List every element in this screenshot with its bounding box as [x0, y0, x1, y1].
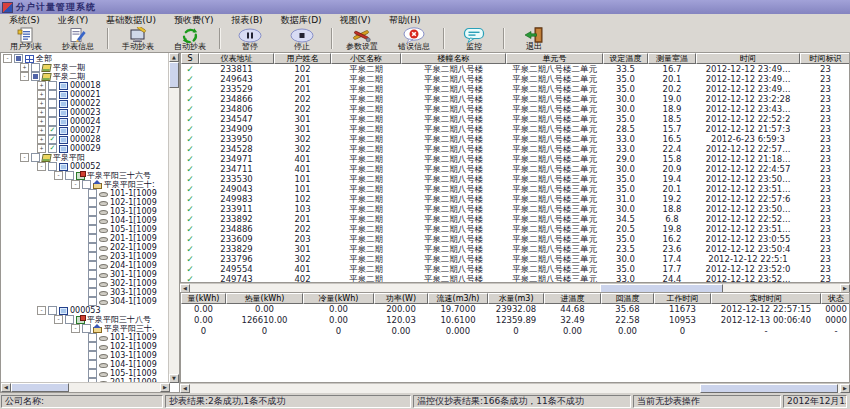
tree-item[interactable]: +000021: [1, 90, 169, 99]
tree-checkbox[interactable]: [88, 270, 97, 279]
toolbar-button-user-list[interactable]: 用户列表: [0, 27, 52, 52]
tree-item[interactable]: -全部: [1, 54, 169, 63]
main-column-header[interactable]: 用户姓名: [274, 53, 331, 64]
menu-item-0[interactable]: 系统(S): [0, 14, 49, 27]
tree-item[interactable]: 102-1[1009: [1, 342, 169, 351]
tree-checkbox[interactable]: [31, 63, 40, 72]
table-row[interactable]: ✓233796302平泉二期平泉二期八号楼平泉二期八号楼三单元30.017.42…: [181, 254, 849, 264]
toolbar-button-stop[interactable]: 停止: [276, 27, 328, 52]
scroll-up-icon[interactable]: ▲: [169, 53, 179, 62]
collapse-icon[interactable]: -: [3, 54, 12, 63]
tree-checkbox[interactable]: [88, 189, 97, 198]
collapse-icon[interactable]: -: [37, 306, 46, 315]
table-row[interactable]: ✓249554401平泉二期平泉二期八号楼平泉二期八号楼三单元35.017.72…: [181, 264, 849, 274]
tree-checkbox[interactable]: [82, 180, 91, 189]
scroll-right-icon[interactable]: ▶: [160, 383, 170, 392]
menu-item-4[interactable]: 报表(B): [222, 14, 271, 27]
table-row[interactable]: ✓249043101平泉二期平泉二期八号楼平泉二期八号楼三单元35.020.12…: [181, 184, 849, 194]
expand-icon[interactable]: +: [37, 108, 46, 117]
table-row[interactable]: 0000.000.00000.000.000--: [181, 326, 849, 337]
table-row[interactable]: ✓234547301平泉二期平泉二期八号楼平泉二期八号楼二单元35.018.52…: [181, 114, 849, 124]
main-column-header[interactable]: 单元号: [506, 53, 603, 64]
tree-item[interactable]: 202-1[1009: [1, 243, 169, 252]
main-column-header[interactable]: 小区名称: [331, 53, 401, 64]
expand-icon[interactable]: +: [37, 135, 46, 144]
tree-checkbox[interactable]: [88, 234, 97, 243]
expand-icon[interactable]: +: [20, 63, 29, 72]
table-row[interactable]: ✓233609203平泉二期平泉二期八号楼平泉二期八号楼三单元35.016.22…: [181, 234, 849, 244]
collapse-icon[interactable]: -: [71, 324, 80, 333]
bottom-column-header[interactable]: 冷量(kWh): [303, 293, 374, 304]
table-row[interactable]: 0.000.000.00200.0019.700023932.0844.6835…: [181, 304, 849, 315]
toolbar-button-auto-read[interactable]: 自动抄表: [164, 27, 216, 52]
tree-checkbox[interactable]: [88, 198, 97, 207]
collapse-icon[interactable]: -: [71, 180, 80, 189]
tree-item[interactable]: +000023: [1, 108, 169, 117]
table-row[interactable]: ✓234528302平泉二期平泉二期八号楼平泉二期八号楼二单元33.022.42…: [181, 144, 849, 154]
table-row[interactable]: ✓233530101平泉二期平泉二期八号楼平泉二期八号楼三单元35.019.42…: [181, 174, 849, 184]
menu-item-1[interactable]: 业务(Y): [49, 14, 98, 27]
tree-item[interactable]: 204-1[1009: [1, 261, 169, 270]
expand-icon[interactable]: +: [37, 90, 46, 99]
expand-icon[interactable]: +: [37, 81, 46, 90]
tree-item[interactable]: +✓000028: [1, 135, 169, 144]
tree-checkbox[interactable]: [88, 297, 97, 306]
toolbar-button-monitor[interactable]: 监控: [448, 27, 500, 52]
collapse-icon[interactable]: -: [20, 72, 29, 81]
main-column-header[interactable]: S: [181, 53, 199, 64]
main-column-header[interactable]: 时间: [696, 53, 800, 64]
tree-checkbox[interactable]: [48, 81, 57, 90]
tree-item[interactable]: 104-1[1009: [1, 216, 169, 225]
tree-checkbox[interactable]: [88, 252, 97, 261]
tree-item[interactable]: 104-1[1009: [1, 360, 169, 369]
collapse-icon[interactable]: -: [20, 153, 29, 162]
tree-checkbox[interactable]: ✓: [48, 126, 57, 135]
tree-item[interactable]: 302-1[1009: [1, 279, 169, 288]
tree-checkbox[interactable]: [48, 108, 57, 117]
table-row[interactable]: ✓249983102平泉二期平泉二期八号楼平泉二期八号楼三单元31.019.22…: [181, 194, 849, 204]
toolbar-button-error[interactable]: 错误信息: [388, 27, 440, 52]
tree-item[interactable]: +000022: [1, 99, 169, 108]
tree-checkbox[interactable]: [48, 306, 57, 315]
tree-item[interactable]: +000018: [1, 81, 169, 90]
tree-checkbox[interactable]: [31, 72, 40, 81]
table-row[interactable]: 0.00126610.000.00120.0310.610012359.8932…: [181, 315, 849, 326]
tree-item[interactable]: -平泉二期: [1, 72, 169, 81]
menu-item-7[interactable]: 帮助(H): [380, 14, 430, 27]
tree-item[interactable]: 203-1[1009: [1, 252, 169, 261]
tree-item[interactable]: -平泉平阳: [1, 153, 169, 162]
bottom-column-header[interactable]: 回温度: [601, 293, 654, 304]
table-row[interactable]: ✓234806202平泉二期平泉二期八号楼平泉二期八号楼二单元30.018.92…: [181, 104, 849, 114]
menu-item-5[interactable]: 数据库(D): [272, 14, 331, 27]
toolbar-button-meter-info[interactable]: 抄表信息: [52, 27, 104, 52]
tree-vertical-scrollbar[interactable]: ▲ ▼: [168, 53, 179, 383]
bottom-table-horizontal-scrollbar[interactable]: ◀ ▶: [180, 383, 850, 393]
menu-item-2[interactable]: 基础数据(U): [97, 14, 165, 27]
tree-item[interactable]: 301-1[1009: [1, 270, 169, 279]
collapse-icon[interactable]: -: [54, 171, 63, 180]
table-row[interactable]: ✓233811102平泉二期平泉二期八号楼平泉二期八号楼二单元33.516.72…: [181, 64, 849, 74]
table-row[interactable]: ✓234886202平泉二期平泉二期八号楼平泉二期八号楼三单元20.519.82…: [181, 224, 849, 234]
toolbar-button-settings[interactable]: 参数设置: [336, 27, 388, 52]
bottom-column-header[interactable]: 热量(kWh): [226, 293, 303, 304]
tree-checkbox[interactable]: [31, 153, 40, 162]
tree-checkbox[interactable]: [48, 90, 57, 99]
tree-item[interactable]: 101-1[1009: [1, 189, 169, 198]
tree-checkbox[interactable]: [88, 225, 97, 234]
collapse-icon[interactable]: -: [37, 162, 46, 171]
tree-checkbox[interactable]: ✓: [48, 135, 57, 144]
main-column-header[interactable]: 时间标识: [800, 53, 850, 64]
expand-icon[interactable]: +: [37, 117, 46, 126]
tree-checkbox[interactable]: [88, 243, 97, 252]
menu-item-6[interactable]: 视图(V): [331, 14, 380, 27]
bottom-column-header[interactable]: 功率(W): [374, 293, 428, 304]
tree-checkbox[interactable]: [14, 54, 23, 63]
expand-icon[interactable]: +: [37, 99, 46, 108]
table-row[interactable]: ✓249643201平泉二期平泉二期八号楼平泉二期八号楼二单元35.020.12…: [181, 74, 849, 84]
table-row[interactable]: ✓233950302平泉二期平泉二期八号楼平泉二期八号楼二单元33.016.52…: [181, 134, 849, 144]
tree-item[interactable]: +000024: [1, 117, 169, 126]
tree-item[interactable]: +✓000027: [1, 126, 169, 135]
tree-horizontal-scrollbar[interactable]: ◀ ▶: [1, 382, 170, 392]
tree-item[interactable]: 101-1[1009: [1, 333, 169, 342]
scroll-left-icon[interactable]: ◀: [1, 383, 11, 392]
